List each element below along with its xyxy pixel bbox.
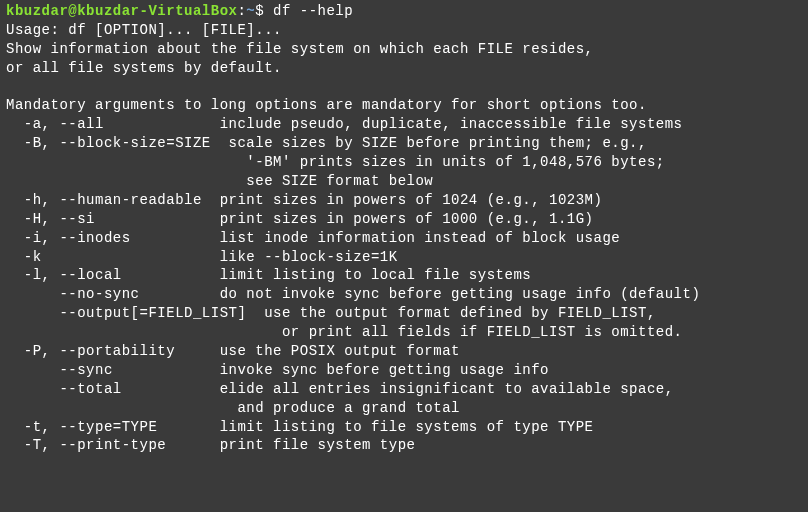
output-line: '-BM' prints sizes in units of 1,048,576…	[6, 154, 665, 170]
output-line: -a, --all include pseudo, duplicate, ina…	[6, 116, 683, 132]
output-line: -l, --local limit listing to local file …	[6, 267, 531, 283]
output-line: Mandatory arguments to long options are …	[6, 97, 647, 113]
output-line: -i, --inodes list inode information inst…	[6, 230, 620, 246]
prompt-user-host: kbuzdar@kbuzdar-VirtualBox	[6, 3, 237, 19]
prompt-colon: :	[237, 3, 246, 19]
output-line: -B, --block-size=SIZE scale sizes by SIZ…	[6, 135, 647, 151]
output-line: -t, --type=TYPE limit listing to file sy…	[6, 419, 594, 435]
output-line: --no-sync do not invoke sync before gett…	[6, 286, 700, 302]
output-line: -P, --portability use the POSIX output f…	[6, 343, 460, 359]
prompt-dollar: $	[255, 3, 264, 19]
output-line: or print all fields if FIELD_LIST is omi…	[6, 324, 683, 340]
terminal-output[interactable]: kbuzdar@kbuzdar-VirtualBox:~$ df --help …	[6, 2, 802, 455]
prompt-path: ~	[246, 3, 255, 19]
output-line: --total elide all entries insignificant …	[6, 381, 674, 397]
output-line: Show information about the file system o…	[6, 41, 594, 57]
output-line: Usage: df [OPTION]... [FILE]...	[6, 22, 282, 38]
output-line: -H, --si print sizes in powers of 1000 (…	[6, 211, 594, 227]
output-line: see SIZE format below	[6, 173, 433, 189]
output-line: --sync invoke sync before getting usage …	[6, 362, 549, 378]
command-text: df --help	[264, 3, 353, 19]
output-line: -k like --block-size=1K	[6, 249, 398, 265]
output-line: --output[=FIELD_LIST] use the output for…	[6, 305, 656, 321]
output-line: -h, --human-readable print sizes in powe…	[6, 192, 602, 208]
output-line: or all file systems by default.	[6, 60, 282, 76]
output-line: -T, --print-type print file system type	[6, 437, 415, 453]
output-line: and produce a grand total	[6, 400, 460, 416]
